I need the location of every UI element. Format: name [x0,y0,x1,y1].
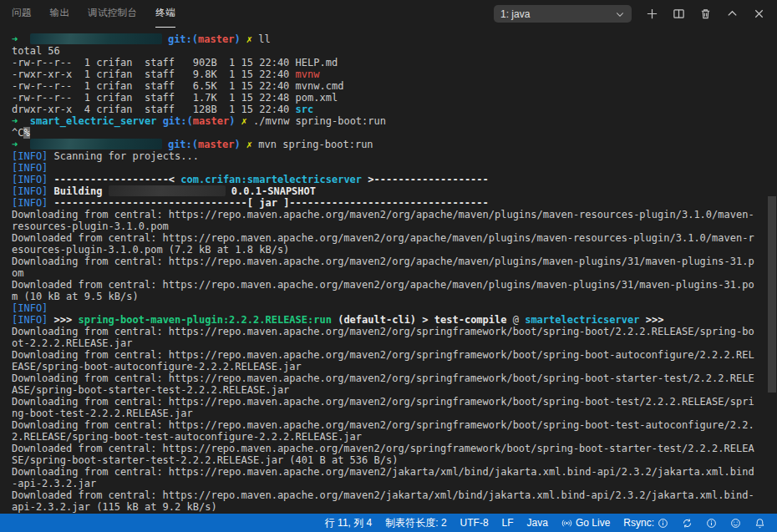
terminal-line: ot-2.2.2.RELEASE.jar [12,337,777,349]
terminal-line: Downloaded from central: https://repo.ma… [12,489,777,501]
panel-actions: 1: java [494,5,765,23]
go-live-button[interactable]: Go Live [555,514,617,532]
terminal-line: [INFO] Building 0.0.1-SNAPSHOT [12,185,777,197]
chevron-down-icon [615,9,625,19]
terminal-line: ➜ smart_electric_server git:(master) ✗ .… [12,115,777,127]
bell-icon [754,518,765,529]
terminal-line: Downloaded from central: https://repo.ma… [12,279,777,291]
info-circle-icon [706,518,717,529]
terminal-line: [INFO] Scanning for projects... [12,150,777,162]
close-icon [753,8,765,20]
terminal-line: ng-boot-test-2.2.2.RELEASE.jar [12,408,777,419]
terminal-line: Downloading from central: https://repo.m… [12,349,777,361]
terminal-scrollbar[interactable] [768,196,776,393]
info-circle-icon [658,518,668,529]
tab-problems[interactable]: 问题 [12,0,32,28]
terminal-line: api-2.3.2.jar (115 kB at 9.2 kB/s) [12,501,777,513]
terminal-line: ^C% [12,127,777,139]
broadcast-icon [561,518,572,529]
terminal-line: total 56 [12,45,777,57]
terminal-line: drwxr-xr-x 4 crifan staff 128B 1 15 22:4… [12,104,777,115]
terminal-line: Downloaded from central: https://repo.ma… [12,443,777,454]
terminal-line: SE/spring-boot-starter-test-2.2.2.RELEAS… [12,454,777,466]
terminal-line: -rw-r--r-- 1 crifan staff 902B 1 15 22:4… [12,57,777,68]
plus-icon [646,8,658,20]
terminal-line: Downloading from central: https://repo.m… [12,396,777,408]
cursor-position[interactable]: 行 11, 列 4 [318,514,378,532]
terminal-output[interactable]: ➜ git:(master) ✗ lltotal 56-rw-r--r-- 1 … [0,28,777,514]
panel-tabs: 问题 输出 调试控制台 终端 [12,0,194,28]
terminal-line: Downloading from central: https://repo.m… [12,419,777,431]
terminal-picker-value: 1: java [500,8,530,20]
terminal-line: -api-2.3.2.jar [12,478,777,489]
terminal-line: Downloading from central: https://repo.m… [12,256,777,267]
notifications-button[interactable] [748,514,772,532]
sync-button[interactable] [675,514,699,532]
terminal-line: Downloading from central: https://repo.m… [12,209,777,220]
terminal-line: -rwxr-xr-x 1 crifan staff 9.8K 1 15 22:4… [12,68,777,80]
redacted-text [30,139,162,149]
language-mode[interactable]: Java [521,514,555,532]
terminal-picker-dropdown[interactable]: 1: java [494,5,632,23]
split-pane-icon [673,8,685,20]
terminal-line: Downloading from central: https://repo.m… [12,326,777,337]
terminal-line: om [12,267,777,279]
vscode-panel: 问题 输出 调试控制台 终端 1: java [0,0,777,532]
info-button[interactable] [699,514,724,532]
terminal-line: -rw-r--r-- 1 crifan staff 1.7K 1 15 22:4… [12,92,777,104]
terminal-line: EASE/spring-boot-autoconfigure-2.2.2.REL… [12,361,777,372]
status-bar: 行 11, 列 4 制表符长度: 2 UTF-8 LF Java Go Live… [0,514,777,532]
tab-debug-console[interactable]: 调试控制台 [88,0,137,28]
terminal-line: Downloaded from central: https://repo.ma… [12,232,777,244]
terminal-line: -rw-r--r-- 1 crifan staff 6.5K 1 15 22:4… [12,80,777,92]
kill-terminal-button[interactable] [698,8,712,21]
new-terminal-button[interactable] [645,8,658,21]
tab-output[interactable]: 输出 [50,0,70,28]
redacted-text [109,185,226,196]
terminal-line: resources-plugin-3.1.0.pom [12,220,777,232]
terminal-line: [INFO] [12,162,777,174]
tab-terminal[interactable]: 终端 [155,0,175,28]
terminal-line: esources-plugin-3.1.0.pom (7.2 kB at 1.8… [12,244,777,256]
terminal-line: [INFO] --------------------------------[… [12,197,777,209]
terminal-line: m (10 kB at 9.5 kB/s) [12,291,777,302]
feedback-button[interactable] [724,514,748,532]
terminal-line: [INFO] >>> spring-boot-maven-plugin:2.2.… [12,314,777,326]
redacted-text [30,33,162,44]
encoding-indicator[interactable]: UTF-8 [454,514,495,532]
tab-size-indicator[interactable]: 制表符长度: 2 [378,514,453,532]
sync-icon [682,518,693,529]
terminal-line: ASE/spring-boot-starter-test-2.2.2.RELEA… [12,384,777,396]
rsync-status[interactable]: Rsync: [617,514,675,532]
terminal-line: ➜ git:(master) ✗ ll [12,33,777,45]
trash-icon [699,8,712,20]
chevron-up-icon [726,8,739,20]
terminal-line: [INFO] [12,302,777,314]
terminal-line: ➜ git:(master) ✗ mvn spring-boot:run [12,139,777,150]
maximize-panel-button[interactable] [725,8,739,21]
smiley-icon [730,518,741,529]
panel-header: 问题 输出 调试控制台 终端 1: java [0,0,777,28]
terminal-line: [INFO] -------------------< com.crifan:s… [12,174,777,185]
terminal-line: 2.RELEASE/spring-boot-test-autoconfigure… [12,431,777,443]
eol-indicator[interactable]: LF [495,514,521,532]
close-panel-button[interactable] [752,8,765,21]
terminal-line: Downloading from central: https://repo.m… [12,466,777,478]
terminal-line: Downloading from central: https://repo.m… [12,372,777,384]
split-terminal-button[interactable] [672,8,685,21]
